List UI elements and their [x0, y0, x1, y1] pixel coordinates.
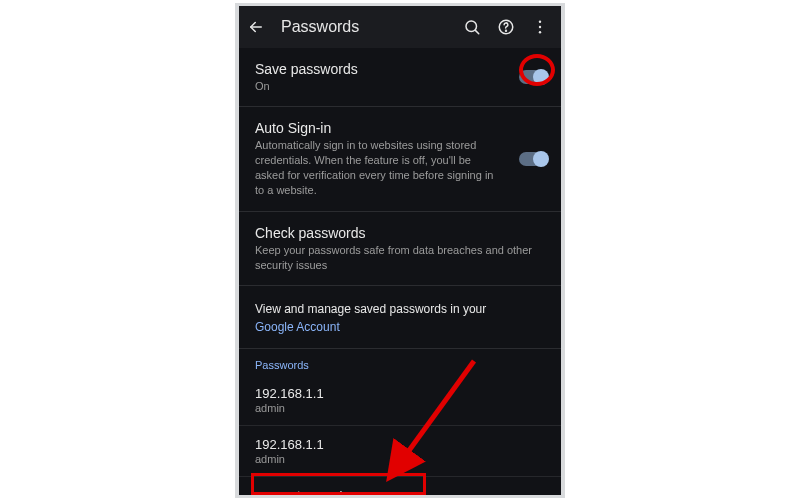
entry-domain: 192.168.1.1	[255, 437, 545, 452]
page-title: Passwords	[281, 18, 449, 36]
device-frame: Passwords Save passwords On Auto Sign-in…	[235, 3, 565, 498]
password-entry[interactable]: 192.168.1.1 admin	[239, 375, 561, 426]
passwords-list-header: Passwords	[239, 349, 561, 375]
check-passwords-row[interactable]: Check passwords Keep your passwords safe…	[239, 212, 561, 287]
auto-sign-in-description: Automatically sign in to websites using …	[255, 138, 495, 197]
search-icon[interactable]	[461, 16, 483, 38]
save-passwords-title: Save passwords	[255, 61, 545, 77]
auto-sign-in-title: Auto Sign-in	[255, 120, 545, 136]
check-passwords-description: Keep your passwords safe from data breac…	[255, 243, 545, 273]
manage-prefix: View and manage saved passwords in your	[255, 302, 486, 316]
entry-domain: 192.168.1.1	[255, 386, 545, 401]
svg-line-1	[475, 30, 478, 33]
svg-point-3	[506, 30, 507, 31]
manage-passwords-row[interactable]: View and manage saved passwords in your …	[239, 286, 561, 349]
check-passwords-title: Check passwords	[255, 225, 545, 241]
help-icon[interactable]	[495, 16, 517, 38]
password-entry[interactable]: accounts.google.com	[239, 477, 561, 497]
auto-sign-in-toggle[interactable]	[519, 152, 547, 166]
google-account-link[interactable]: Google Account	[255, 320, 340, 334]
back-icon[interactable]	[245, 16, 267, 38]
svg-point-5	[539, 25, 541, 27]
entry-domain: accounts.google.com	[255, 488, 545, 497]
save-passwords-toggle[interactable]	[519, 70, 547, 84]
manage-passwords-text: View and manage saved passwords in your …	[255, 302, 486, 334]
more-vertical-icon[interactable]	[529, 16, 551, 38]
save-passwords-status: On	[255, 79, 545, 94]
save-passwords-row[interactable]: Save passwords On	[239, 48, 561, 108]
svg-point-6	[539, 31, 541, 33]
password-entry[interactable]: 192.168.1.1 admin	[239, 426, 561, 477]
auto-sign-in-row[interactable]: Auto Sign-in Automatically sign in to we…	[239, 107, 561, 211]
entry-user: admin	[255, 453, 545, 465]
app-bar: Passwords	[239, 6, 561, 48]
svg-point-4	[539, 20, 541, 22]
entry-user: admin	[255, 402, 545, 414]
